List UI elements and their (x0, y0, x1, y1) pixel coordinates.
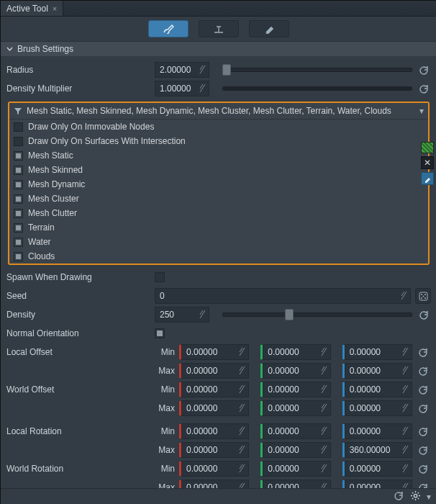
checkbox[interactable] (14, 238, 23, 247)
vector-input[interactable]: 0.00000 (181, 400, 249, 416)
max-label: Max (155, 366, 175, 376)
density-mult-slider[interactable] (222, 81, 412, 96)
filter-item[interactable]: Mesh Skinned (9, 163, 428, 177)
vector-input[interactable]: 0.00000 (181, 382, 249, 397)
erase-tool-button[interactable] (249, 20, 289, 37)
radius-input[interactable]: 2.00000 (155, 62, 209, 78)
checkbox[interactable] (14, 223, 23, 233)
filter-item[interactable]: Draw Only On Surfaces With Intersection (9, 134, 428, 148)
vector-input[interactable]: 0.00000 (345, 400, 412, 416)
filter-item[interactable]: Mesh Clutter (9, 206, 428, 220)
drag-icon (402, 426, 409, 436)
drag-icon (199, 65, 206, 74)
drag-icon (321, 426, 327, 436)
vector-input[interactable]: 0.00000 (181, 363, 249, 379)
stamp-tool-button[interactable] (199, 20, 239, 37)
filter-item[interactable]: Draw Only On Immovable Nodes (9, 120, 428, 134)
reset-button[interactable] (417, 426, 431, 437)
normal-label: Normal Orientation (6, 328, 150, 338)
brush-settings-header[interactable]: Brush Settings (1, 42, 436, 56)
filter-item[interactable]: Water (9, 235, 428, 249)
reset-button[interactable] (417, 384, 431, 395)
checkbox[interactable] (14, 151, 23, 161)
edit-button[interactable] (421, 172, 434, 185)
vector-input[interactable]: 0.00000 (263, 400, 330, 416)
vector-input[interactable]: 0.00000 (263, 442, 330, 458)
vector-input[interactable]: 0.00000 (345, 382, 412, 397)
vector-input[interactable]: 0.00000 (345, 363, 412, 379)
normal-checkbox[interactable] (155, 328, 165, 338)
reset-button[interactable] (417, 366, 431, 377)
checkbox[interactable] (14, 180, 23, 189)
checkbox[interactable] (14, 209, 23, 218)
reset-all-button[interactable] (394, 490, 404, 503)
drag-icon (239, 464, 245, 473)
vector-input[interactable]: 0.00000 (345, 461, 412, 477)
vector-input[interactable]: 0.00000 (263, 344, 330, 360)
filter-summary: Mesh Static, Mesh Skinned, Mesh Dynamic,… (27, 106, 391, 116)
close-icon[interactable]: × (53, 4, 57, 13)
seed-input[interactable]: 0 (155, 288, 411, 304)
spawn-checkbox[interactable] (155, 272, 165, 282)
filter-item-label: Mesh Dynamic (28, 179, 85, 189)
vector-input[interactable]: 0.00000 (345, 423, 412, 439)
filter-item-label: Clouds (28, 251, 55, 261)
remove-button[interactable]: ✕ (421, 156, 434, 169)
world_rot-label: World Rotation (6, 464, 150, 474)
reset-button[interactable] (417, 347, 431, 358)
reset-button[interactable] (417, 445, 431, 456)
filter-item-label: Draw Only On Surfaces With Intersection (28, 136, 186, 146)
filter-item[interactable]: Clouds (9, 249, 428, 264)
checkbox[interactable] (14, 137, 23, 146)
filter-item[interactable]: Mesh Static (9, 148, 428, 163)
drag-icon (239, 426, 245, 436)
vector-input[interactable]: 0.00000 (345, 344, 412, 360)
max-label: Max (155, 403, 175, 413)
density-label: Density (6, 310, 150, 320)
drag-icon (321, 384, 327, 394)
vector-input[interactable]: 0.00000 (181, 461, 249, 477)
density-input[interactable]: 250 (155, 307, 209, 323)
vector-input[interactable]: 0.00000 (263, 461, 330, 477)
checkbox[interactable] (14, 122, 23, 132)
filter-item[interactable]: Mesh Dynamic (9, 177, 428, 192)
vector-input[interactable]: 0.00000 (263, 363, 330, 379)
filter-item[interactable]: Terrain (9, 220, 428, 235)
local_rot-label: Local Rotation (6, 426, 150, 436)
randomize-button[interactable] (415, 288, 431, 304)
brush-tool-button[interactable] (148, 20, 189, 37)
reset-button[interactable] (417, 464, 431, 474)
drag-icon (402, 445, 409, 454)
tab-active-tool[interactable]: Active Tool × (1, 1, 63, 16)
reset-button[interactable] (417, 65, 431, 76)
reset-button[interactable] (417, 310, 431, 320)
drag-icon (402, 464, 409, 473)
max-label: Max (155, 445, 175, 455)
filter-dropdown[interactable]: Mesh Static, Mesh Skinned, Mesh Dynamic,… (8, 102, 430, 265)
vector-input[interactable]: 360.00000 (345, 442, 412, 458)
chevron-down-icon[interactable]: ▾ (427, 492, 431, 502)
checkbox[interactable] (14, 166, 23, 175)
settings-button[interactable] (410, 490, 421, 503)
svg-point-4 (421, 297, 422, 299)
svg-point-3 (422, 295, 424, 297)
reset-button[interactable] (417, 403, 431, 414)
svg-point-1 (421, 294, 422, 295)
vector-input[interactable]: 0.00000 (181, 423, 249, 439)
spawn-label: Spawn When Drawing (6, 272, 150, 282)
checkbox[interactable] (14, 252, 23, 261)
svg-point-2 (424, 294, 426, 295)
checkbox[interactable] (14, 194, 23, 204)
density-mult-input[interactable]: 1.00000 (155, 81, 209, 96)
swatch-preview (421, 142, 434, 153)
vector-input[interactable]: 0.00000 (263, 423, 330, 439)
vector-input[interactable]: 0.00000 (181, 344, 249, 360)
filter-item[interactable]: Mesh Cluster (9, 192, 428, 206)
drag-icon (199, 84, 206, 93)
radius-slider[interactable] (222, 63, 412, 77)
drag-icon (402, 347, 409, 356)
vector-input[interactable]: 0.00000 (263, 382, 330, 397)
vector-input[interactable]: 0.00000 (181, 442, 249, 458)
reset-button[interactable] (417, 84, 431, 94)
density-slider[interactable] (222, 307, 412, 322)
